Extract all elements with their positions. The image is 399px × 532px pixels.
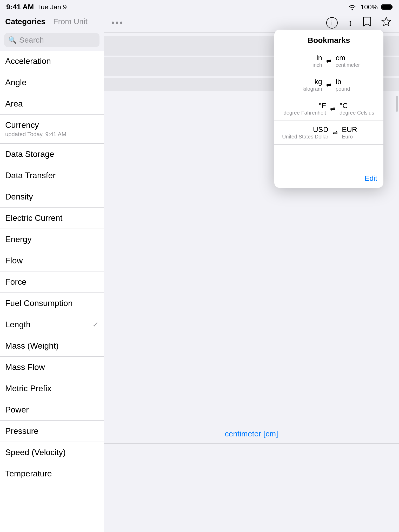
category-name: Metric Prefix bbox=[5, 384, 51, 393]
search-icon: 🔍 bbox=[8, 36, 17, 44]
category-item-length[interactable]: Length ✓ bbox=[0, 314, 104, 335]
category-name: Area bbox=[5, 99, 23, 109]
svg-point-0 bbox=[351, 9, 353, 10]
bm-to-label-1: pound bbox=[336, 86, 369, 92]
svg-rect-2 bbox=[391, 6, 393, 8]
category-item-angle[interactable]: Angle bbox=[0, 72, 104, 93]
bookmark-row-3[interactable]: USD United States Dollar ⇌ EUR Euro bbox=[274, 121, 383, 145]
category-name: Force bbox=[5, 277, 26, 287]
category-name: Electric Current bbox=[5, 213, 63, 223]
bm-to-unit-3: EUR bbox=[342, 125, 376, 134]
category-item-flow[interactable]: Flow bbox=[0, 250, 104, 271]
status-bar: 9:41 AM Tue Jan 9 100% bbox=[0, 0, 399, 13]
three-dots-menu[interactable] bbox=[112, 22, 122, 24]
bookmark-row-2[interactable]: °F degree Fahrenheit ⇌ °C degree Celsius bbox=[274, 97, 383, 121]
category-name: Temperature bbox=[5, 469, 52, 478]
category-item-fuel-consumption[interactable]: Fuel Consumption bbox=[0, 293, 104, 314]
category-name: Mass Flow bbox=[5, 362, 45, 372]
category-name: Flow bbox=[5, 256, 23, 265]
category-name: Data Transfer bbox=[5, 171, 56, 180]
dot2 bbox=[116, 22, 118, 24]
category-name: Angle bbox=[5, 78, 26, 87]
bm-to-unit-0: cm bbox=[336, 54, 369, 62]
bm-to-label-2: degree Celsius bbox=[340, 110, 374, 116]
category-item-data-transfer[interactable]: Data Transfer bbox=[0, 165, 104, 186]
bm-from-label-2: degree Fahrenheit bbox=[284, 110, 326, 116]
category-name: Mass (Weight) bbox=[5, 341, 59, 351]
bm-to-label-0: centimeter bbox=[336, 62, 369, 68]
wifi-icon bbox=[348, 3, 357, 11]
status-right-icons: 100% bbox=[348, 3, 393, 11]
bm-to-unit-2: °C bbox=[340, 102, 374, 110]
bookmark-row-0[interactable]: in inch ⇌ cm centimeter bbox=[274, 49, 383, 73]
sort-button[interactable]: ↕ bbox=[348, 17, 353, 28]
category-name: Acceleration bbox=[5, 56, 51, 66]
category-item-power[interactable]: Power bbox=[0, 399, 104, 421]
bookmark-icon bbox=[363, 17, 371, 26]
category-item-area[interactable]: Area bbox=[0, 93, 104, 115]
bm-from-label-1: kilogram bbox=[288, 86, 322, 92]
category-item-speed-velocity[interactable]: Speed (Velocity) bbox=[0, 442, 104, 463]
category-item-mass-flow[interactable]: Mass Flow bbox=[0, 357, 104, 378]
status-time: 9:41 AM bbox=[6, 3, 34, 11]
unit-link-bar: centimeter [cm] bbox=[104, 424, 399, 444]
bm-arrow-icon-0: ⇌ bbox=[326, 57, 331, 65]
bookmark-row-1[interactable]: kg kilogram ⇌ lb pound bbox=[274, 73, 383, 97]
right-panel: i ↕ bbox=[104, 13, 399, 532]
category-name: Density bbox=[5, 192, 33, 202]
toolbar-left bbox=[112, 22, 122, 24]
category-item-temperature[interactable]: Temperature bbox=[0, 463, 104, 484]
popup-edit-row: Edit bbox=[274, 171, 383, 188]
tab-from-unit[interactable]: From Unit bbox=[53, 17, 88, 27]
category-item-acceleration[interactable]: Acceleration bbox=[0, 51, 104, 72]
category-item-data-storage[interactable]: Data Storage bbox=[0, 144, 104, 165]
category-item-currency[interactable]: Currency updated Today, 9:41 AM bbox=[0, 115, 104, 144]
bookmarks-popup: Bookmarks in inch ⇌ cm centimeter kg kil… bbox=[274, 30, 383, 188]
bm-arrow-icon-1: ⇌ bbox=[326, 81, 331, 89]
app-container: Categories From Unit 🔍 Search Accelerati… bbox=[0, 13, 399, 532]
category-item-force[interactable]: Force bbox=[0, 271, 104, 293]
category-item-pressure[interactable]: Pressure bbox=[0, 421, 104, 442]
bm-to-group-0: cm centimeter bbox=[336, 54, 369, 68]
category-name: Speed (Velocity) bbox=[5, 448, 66, 457]
bm-from-label-0: inch bbox=[288, 62, 322, 68]
category-item-mass-weight[interactable]: Mass (Weight) bbox=[0, 335, 104, 357]
bm-from-unit-0: in bbox=[288, 54, 322, 62]
info-button[interactable]: i bbox=[326, 17, 338, 29]
nav-bar: Categories From Unit bbox=[0, 13, 104, 29]
dot1 bbox=[112, 22, 114, 24]
unit-link[interactable]: centimeter [cm] bbox=[112, 429, 391, 438]
bm-from-label-3: United States Dollar bbox=[282, 134, 328, 140]
category-item-metric-prefix[interactable]: Metric Prefix bbox=[0, 378, 104, 399]
tab-categories[interactable]: Categories bbox=[5, 17, 45, 27]
bm-from-group-2: °F degree Fahrenheit bbox=[284, 102, 326, 116]
bm-to-unit-1: lb bbox=[336, 78, 369, 86]
category-name: Length bbox=[5, 320, 31, 329]
category-list: Acceleration Angle Area Currency updated bbox=[0, 51, 104, 532]
search-placeholder: Search bbox=[19, 36, 44, 44]
star-button[interactable] bbox=[381, 17, 391, 29]
bm-from-unit-3: USD bbox=[282, 125, 328, 134]
category-name: Fuel Consumption bbox=[5, 298, 73, 308]
info-icon: i bbox=[331, 19, 332, 26]
checkmark-icon: ✓ bbox=[92, 320, 98, 329]
bm-arrow-icon-2: ⇌ bbox=[330, 105, 335, 112]
category-item-energy[interactable]: Energy bbox=[0, 229, 104, 250]
bm-from-group-3: USD United States Dollar bbox=[282, 125, 328, 140]
svg-rect-3 bbox=[382, 5, 391, 9]
left-panel: Categories From Unit 🔍 Search Accelerati… bbox=[0, 13, 104, 532]
sort-icon: ↕ bbox=[348, 17, 353, 28]
dot3 bbox=[120, 22, 122, 24]
popup-empty-space bbox=[274, 145, 383, 171]
bm-to-group-1: lb pound bbox=[336, 78, 369, 92]
bm-from-unit-2: °F bbox=[284, 102, 326, 110]
category-name: Power bbox=[5, 405, 29, 415]
bm-arrow-icon-3: ⇌ bbox=[332, 129, 338, 136]
category-name: Energy bbox=[5, 235, 31, 244]
search-bar[interactable]: 🔍 Search bbox=[4, 33, 99, 47]
category-item-electric-current[interactable]: Electric Current bbox=[0, 208, 104, 229]
category-item-density[interactable]: Density bbox=[0, 186, 104, 208]
bookmark-button[interactable] bbox=[363, 17, 371, 29]
search-container: 🔍 Search bbox=[0, 29, 104, 51]
edit-button[interactable]: Edit bbox=[365, 174, 377, 183]
